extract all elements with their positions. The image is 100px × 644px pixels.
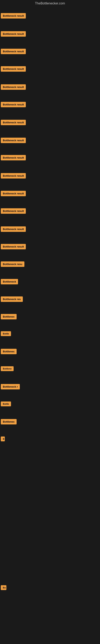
bottleneck-badge[interactable]: B xyxy=(1,436,5,441)
bottleneck-badge[interactable]: Bottleneck result xyxy=(1,208,26,214)
bottleneck-badge[interactable]: Bottleneck result xyxy=(1,84,26,90)
bottleneck-item: Bottlenec xyxy=(1,313,17,321)
bottleneck-item: Bottleneck result xyxy=(1,190,26,198)
bottleneck-item: Bottleneck result xyxy=(1,101,26,109)
bottleneck-badge[interactable]: Bottleneck res xyxy=(1,296,23,302)
bottleneck-badge[interactable]: Bottlenec xyxy=(1,349,17,354)
bottleneck-item: Bottleneck result xyxy=(1,226,26,234)
bottleneck-item: Bottle xyxy=(1,330,11,338)
bottleneck-item: Bottleneck result xyxy=(1,12,26,20)
bottleneck-item: Bottleneck result xyxy=(1,208,26,215)
bottleneck-badge[interactable]: Bottleneck result xyxy=(1,155,26,160)
bottleneck-item: Bottleneck result xyxy=(1,243,26,251)
site-header: TheBottlenecker.com xyxy=(0,0,100,7)
bottleneck-badge[interactable]: Bo xyxy=(1,585,6,590)
bottleneck-badge[interactable]: Bottleneck xyxy=(1,279,18,284)
bottleneck-badge[interactable]: Bottlenec xyxy=(1,314,17,320)
items-container: Bottleneck resultBottleneck resultBottle… xyxy=(0,7,100,643)
bottleneck-item: Bottleneck result xyxy=(1,119,26,127)
bottleneck-item: Bottleneck result xyxy=(1,30,26,38)
bottleneck-badge[interactable]: Bottleneck resu xyxy=(1,262,24,267)
bottleneck-badge[interactable]: Bottleneck result xyxy=(1,173,26,178)
bottleneck-badge[interactable]: Bottlenec xyxy=(1,419,17,424)
bottleneck-item: Bottleneck xyxy=(1,278,18,286)
bottleneck-badge[interactable]: Bottleneck result xyxy=(1,244,26,249)
bottleneck-item: Bottlenec xyxy=(1,418,17,426)
bottleneck-badge[interactable]: Bottlene xyxy=(1,366,14,371)
bottleneck-item: Bottleneck result xyxy=(1,84,26,91)
site-title: TheBottlenecker.com xyxy=(0,0,100,7)
bottleneck-item: Bottleneck res xyxy=(1,296,23,304)
bottleneck-badge[interactable]: Bottleneck result xyxy=(1,66,26,72)
bottleneck-badge[interactable]: Bottleneck result xyxy=(1,138,26,143)
bottleneck-badge[interactable]: Bottleneck result xyxy=(1,13,26,18)
bottleneck-badge[interactable]: Bottle xyxy=(1,331,11,336)
bottleneck-item: Bottleneck result xyxy=(1,172,26,180)
bottleneck-item: Bottle xyxy=(1,401,11,408)
bottleneck-badge[interactable]: Bottleneck result xyxy=(1,31,26,37)
bottleneck-item: Bottleneck r xyxy=(1,383,20,391)
bottleneck-item: Bottlenec xyxy=(1,348,17,356)
bottleneck-badge[interactable]: Bottleneck result xyxy=(1,191,26,196)
bottleneck-item: Bottlene xyxy=(1,366,14,373)
bottleneck-badge[interactable]: Bottleneck result xyxy=(1,102,26,107)
bottleneck-badge[interactable]: Bottle xyxy=(1,402,11,406)
bottleneck-badge[interactable]: Bottleneck result xyxy=(1,226,26,232)
bottleneck-item: Bo xyxy=(1,584,6,592)
bottleneck-item: Bottleneck resu xyxy=(1,260,24,268)
bottleneck-badge[interactable]: Bottleneck result xyxy=(1,49,26,54)
bottleneck-item: Bottleneck result xyxy=(1,48,26,56)
bottleneck-item: Bottleneck result xyxy=(1,154,26,162)
bottleneck-badge[interactable]: Bottleneck result xyxy=(1,120,26,125)
bottleneck-item: Bottleneck result xyxy=(1,66,26,73)
bottleneck-item: Bottleneck result xyxy=(1,137,26,145)
bottleneck-item: B xyxy=(1,436,5,443)
bottleneck-badge[interactable]: Bottleneck r xyxy=(1,384,20,390)
